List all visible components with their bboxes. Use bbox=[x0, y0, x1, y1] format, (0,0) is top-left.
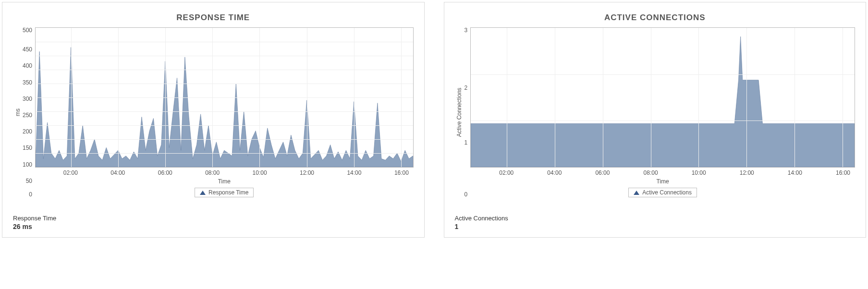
summary-block: Response Time 26 ms bbox=[13, 215, 414, 230]
y-axis-label: ms bbox=[14, 108, 21, 116]
response-time-panel: RESPONSE TIME ms 50045040035030025020015… bbox=[2, 2, 425, 238]
summary-block: Active Connections 1 bbox=[455, 215, 856, 230]
y-axis-ticks: 500450400350300250200150100500 bbox=[23, 27, 35, 197]
summary-label: Response Time bbox=[13, 215, 414, 222]
legend-label: Response Time bbox=[208, 189, 248, 196]
x-axis-label: Time bbox=[35, 178, 413, 185]
legend[interactable]: Active Connections bbox=[628, 188, 697, 197]
active-connections-plot[interactable] bbox=[470, 27, 855, 168]
response-time-plot[interactable] bbox=[35, 27, 413, 168]
chart-title: RESPONSE TIME bbox=[13, 13, 414, 23]
y-axis-ticks: 3210 bbox=[465, 27, 471, 197]
summary-value: 1 bbox=[455, 223, 856, 230]
legend[interactable]: Response Time bbox=[195, 188, 254, 197]
x-axis-label: Time bbox=[470, 178, 855, 185]
legend-swatch-icon bbox=[200, 191, 206, 195]
x-axis-ticks: 02:0004:0006:0008:0010:0012:0014:0016:00 bbox=[470, 169, 855, 177]
area-series-icon bbox=[471, 28, 855, 167]
summary-label: Active Connections bbox=[455, 215, 856, 222]
x-axis-ticks: 02:0004:0006:0008:0010:0012:0014:0016:00 bbox=[35, 169, 413, 177]
chart-title: ACTIVE CONNECTIONS bbox=[455, 13, 856, 23]
y-axis-label: Active Connections bbox=[456, 88, 463, 137]
legend-swatch-icon bbox=[634, 191, 639, 195]
legend-label: Active Connections bbox=[642, 189, 692, 196]
dashboard-row: RESPONSE TIME ms 50045040035030025020015… bbox=[0, 0, 868, 242]
summary-value: 26 ms bbox=[13, 223, 414, 230]
active-connections-panel: ACTIVE CONNECTIONS Active Connections 32… bbox=[444, 2, 867, 238]
